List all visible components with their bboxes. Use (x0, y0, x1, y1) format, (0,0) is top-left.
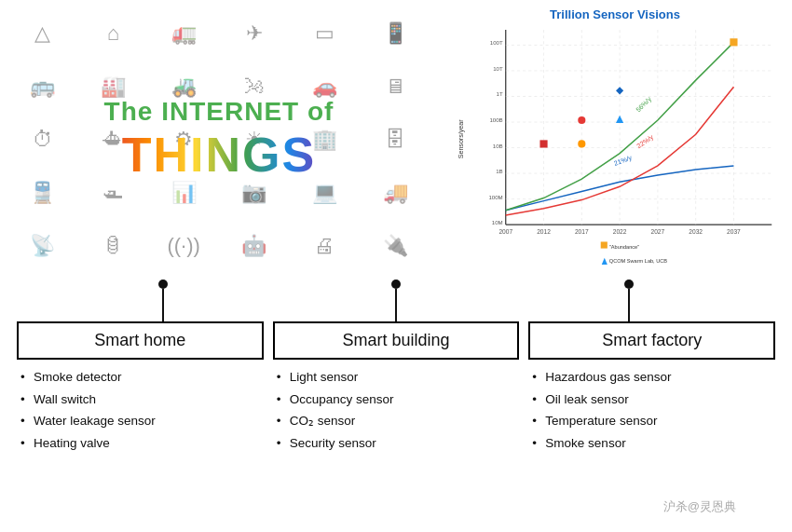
icon-plug: 🔌 (362, 221, 429, 270)
svg-text:100T: 100T (490, 39, 503, 46)
icon-home: ⌂ (80, 9, 147, 59)
connector-line-home (162, 289, 164, 321)
icon-printer: 🖨 (292, 221, 359, 270)
icon-phone: 📱 (362, 9, 429, 59)
icon-bus: 🚌 (9, 62, 76, 112)
connector-dot-home (158, 280, 168, 289)
connectors (9, 280, 783, 321)
bottom-section: Smart home Smart building Smart factory … (0, 280, 792, 532)
svg-rect-39 (539, 140, 547, 147)
list-item: Water leakage sensor (17, 411, 264, 431)
connector-line-building (395, 289, 397, 321)
icon-triangle: △ (9, 9, 76, 59)
connector-building (391, 280, 401, 321)
iot-line2: THINGS (104, 127, 335, 183)
svg-text:2032: 2032 (689, 228, 703, 235)
list-item: Light sensor (273, 367, 520, 388)
icon-oil: 🛢 (80, 221, 147, 270)
icon-tablet: ▭ (292, 9, 359, 59)
svg-text:2012: 2012 (537, 228, 551, 235)
svg-text:56%/y: 56%/y (635, 95, 653, 114)
svg-text:"Abundance": "Abundance" (609, 244, 639, 250)
svg-marker-36 (616, 87, 623, 94)
connector-dot-building (391, 280, 401, 289)
list-item: CO₂ sensor (273, 411, 520, 431)
smart-building-label: Smart building (342, 331, 449, 349)
connector-line-factory (628, 289, 630, 321)
smart-factory-list: Hazardous gas sensor Oil leak sensor Tem… (528, 367, 775, 532)
list-item: Occupancy sensor (273, 389, 520, 410)
icon-truck2: 🚚 (362, 168, 429, 217)
svg-text:22%/y: 22%/y (635, 133, 655, 150)
chart-container: Sensors/year 10M 100M 1B 10B 100B 1T 10T… (449, 25, 781, 267)
icon-server: 🗄 (362, 116, 429, 165)
svg-point-38 (578, 140, 585, 147)
connector-factory (624, 280, 634, 321)
icon-satellite: 📡 (9, 221, 76, 270)
chart-section: Trillion Sensor Visions Sensors/year 10M… (438, 0, 792, 280)
svg-text:2022: 2022 (613, 228, 627, 235)
list-item: Heating valve (17, 433, 264, 454)
list-item: Temperature sensor (528, 411, 775, 431)
svg-text:1T: 1T (497, 90, 503, 97)
iot-title-text: The INTERNET of THINGS (104, 97, 335, 183)
list-item: Wall switch (17, 389, 264, 410)
icon-truck: 🚛 (150, 9, 217, 59)
icon-robot: 🤖 (221, 221, 288, 270)
svg-text:1B: 1B (496, 168, 502, 174)
icon-speedometer: ⏱ (9, 116, 76, 165)
svg-text:10M: 10M (492, 219, 503, 225)
svg-text:10B: 10B (493, 143, 503, 149)
smart-home-label: Smart home (94, 331, 185, 349)
smart-factory-label: Smart factory (602, 331, 702, 349)
chart-title: Trillion Sensor Visions (449, 7, 781, 21)
svg-marker-42 (602, 258, 608, 265)
svg-text:2017: 2017 (575, 228, 589, 235)
trillion-sensor-chart: Sensors/year 10M 100M 1B 10B 100B 1T 10T… (449, 25, 781, 267)
category-cards-row: Smart home Smart building Smart factory (9, 321, 783, 360)
icon-monitor: 🖥 (362, 62, 429, 112)
svg-rect-34 (730, 38, 737, 46)
svg-text:QCOM Swarm Lab, UCB: QCOM Swarm Lab, UCB (609, 258, 667, 264)
svg-text:2037: 2037 (727, 228, 741, 235)
icon-train: 🚆 (9, 168, 76, 217)
list-item: Oil leak sensor (528, 389, 775, 410)
svg-text:Sensors/year: Sensors/year (457, 119, 465, 159)
svg-text:100B: 100B (489, 116, 502, 123)
smart-home-list: Smoke detector Wall switch Water leakage… (17, 367, 264, 532)
icon-wifi: ((·)) (150, 221, 217, 270)
connector-home (158, 280, 168, 321)
svg-text:2007: 2007 (498, 228, 512, 235)
svg-point-37 (578, 116, 585, 124)
list-item: Security sensor (273, 433, 520, 454)
smart-home-card: Smart home (17, 321, 264, 360)
svg-text:100M: 100M (488, 194, 502, 200)
smart-building-card: Smart building (273, 321, 520, 360)
list-item: Smoke detector (17, 367, 264, 388)
iot-line1: The INTERNET of (104, 97, 335, 127)
svg-text:10T: 10T (493, 65, 503, 72)
list-item: Smoke sensor (528, 433, 775, 454)
icon-plane: ✈ (221, 9, 288, 59)
smart-building-list: Light sensor Occupancy sensor CO₂ sensor… (273, 367, 520, 532)
svg-marker-35 (616, 116, 623, 123)
smart-factory-card: Smart factory (528, 321, 775, 360)
lists-row: Smoke detector Wall switch Water leakage… (9, 367, 783, 532)
iot-illustration: △ ⌂ 🚛 ✈ ▭ 📱 🚌 🏭 🚜 🌬 🚗 🖥 ⏱ ⛴ ⚙ ☀ 🏢 🗄 🚆 🛥 … (0, 0, 438, 280)
svg-text:2027: 2027 (651, 228, 665, 235)
list-item: Hazardous gas sensor (528, 367, 775, 388)
svg-rect-40 (601, 241, 608, 248)
connector-dot-factory (624, 280, 634, 289)
